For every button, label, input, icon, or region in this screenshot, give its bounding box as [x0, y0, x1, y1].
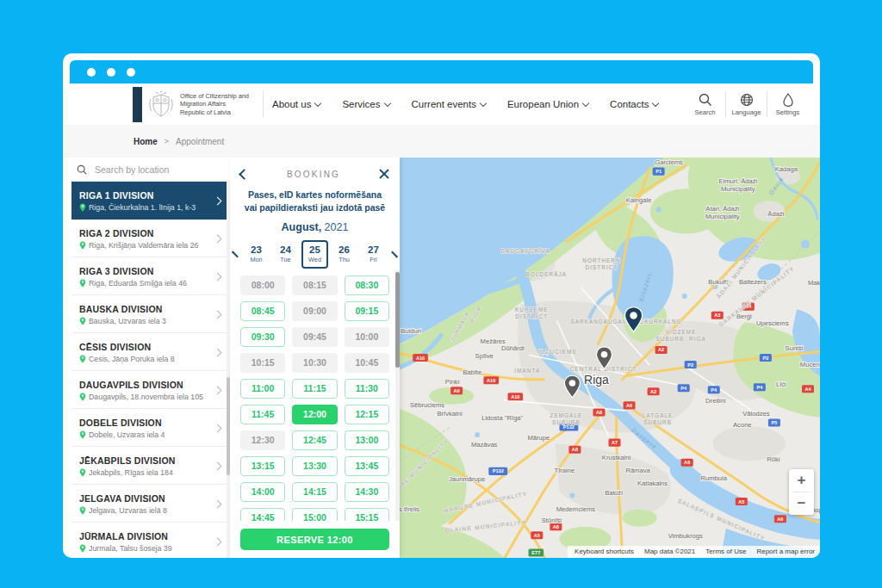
time-slot-available[interactable]: 14:15 [292, 482, 337, 502]
svg-text:A7: A7 [612, 440, 618, 445]
time-slot-available[interactable]: 14:45 [240, 508, 285, 521]
division-item[interactable]: RIGA 3 DIVISIONRiga, Eduarda Smiļģa iela… [71, 257, 230, 295]
road-badge: A5 [736, 498, 748, 505]
division-item[interactable]: DOBELE DIVISIONDobele, Uzvaras iela 4 [71, 409, 230, 447]
chevron-right-icon [214, 348, 222, 356]
nav-item-contacts[interactable]: Contacts [610, 99, 658, 109]
road-badge: A10 [483, 376, 499, 384]
svg-text:P132: P132 [493, 468, 504, 473]
time-slot-available[interactable]: 09:30 [240, 327, 285, 347]
time-slot-available[interactable]: 15:00 [292, 508, 337, 521]
division-item[interactable]: BAUSKA DIVISIONBauska, Uzvaras iela 3 [71, 295, 230, 333]
map-label: SUBURB [552, 419, 581, 425]
time-slot-available[interactable]: 11:30 [345, 379, 389, 399]
globe-icon [740, 93, 754, 107]
time-slot-available[interactable]: 09:15 [345, 301, 389, 321]
reserve-button[interactable]: RESERVE 12:00 [240, 529, 389, 550]
time-slot-disabled: 09:00 [292, 301, 337, 321]
road-badge: P4 [678, 384, 690, 392]
time-slot-available[interactable]: 11:00 [240, 379, 285, 399]
service-title: Pases, eID kartes noformēšana vai papild… [230, 183, 400, 214]
settings-button[interactable]: Settings [767, 93, 808, 116]
date-option[interactable]: 24Tue [272, 240, 299, 269]
time-slot-available[interactable]: 13:30 [292, 456, 337, 476]
date-option[interactable]: 26Thu [331, 240, 357, 269]
attribution-link[interactable]: Map data ©2021 [644, 548, 695, 555]
chevron-right-icon [214, 234, 222, 243]
location-pin-icon [79, 317, 86, 325]
svg-text:A4: A4 [804, 387, 811, 392]
nav-item-services[interactable]: Services [342, 99, 389, 109]
road-badge: P5 [768, 418, 780, 426]
zoom-out-button[interactable]: − [789, 492, 814, 515]
time-slot-selected[interactable]: 12:00 [292, 405, 337, 424]
division-item[interactable]: JŪRMALA DIVISIONJurmala, Talsu šoseja 39 [71, 523, 230, 558]
map[interactable]: P1A10A9A10A10A3A4A2P2P2A2A6A8P4P4P4A4P5A… [400, 158, 820, 558]
map-label: LATGALE [643, 412, 674, 418]
next-dates-button[interactable] [391, 251, 398, 258]
time-slot-available[interactable]: 13:00 [345, 430, 389, 450]
attribution-link[interactable]: Report a map error [756, 548, 815, 555]
svg-text:P4: P4 [711, 387, 717, 393]
map-label: Dreiliņi [705, 397, 726, 405]
attribution-link[interactable]: Terms of Use [705, 548, 746, 555]
org-logo[interactable]: Office of Citizenship and Migration Affa… [133, 87, 259, 122]
prev-dates-button[interactable] [232, 251, 239, 258]
time-slot-available[interactable]: 15:15 [345, 508, 389, 521]
nav-item-european-union[interactable]: European Union [507, 99, 588, 109]
window-dot[interactable] [107, 68, 115, 77]
window-dot[interactable] [87, 68, 96, 77]
close-button[interactable] [379, 169, 389, 179]
division-item[interactable]: JĒKABPILS DIVISIONJekabpils, Rīgas iela … [71, 447, 230, 485]
division-item[interactable]: CĒSIS DIVISIONCesis, Jāņa Poruka iela 8 [71, 333, 230, 371]
booking-scrollbar[interactable] [395, 270, 400, 521]
time-slot-available[interactable]: 13:45 [345, 456, 389, 476]
window-dot[interactable] [127, 68, 135, 77]
date-option-selected[interactable]: 25Wed [301, 240, 328, 269]
nav-item-about-us[interactable]: About us [272, 99, 320, 109]
location-pin-icon [79, 393, 86, 401]
svg-text:A9: A9 [454, 388, 460, 393]
map-label: Garciems [655, 158, 683, 166]
back-button[interactable] [240, 166, 248, 182]
svg-text:P5: P5 [771, 420, 777, 425]
logo-accent-bar [133, 87, 142, 122]
map-label: IĻĢUCIEMS [538, 349, 577, 356]
time-slot-disabled: 10:00 [345, 327, 389, 347]
time-slot-available[interactable]: 14:30 [345, 482, 389, 502]
division-item[interactable]: DAUGAVPILS DIVISIONDaugavpils, 18.novemb… [71, 371, 230, 409]
date-option[interactable]: 23Mon [243, 240, 270, 269]
time-slot-available[interactable]: 08:30 [345, 275, 389, 295]
map-city-label: Riga [584, 373, 609, 387]
map-label: Sēbruciems [410, 401, 444, 409]
chevron-right-icon [214, 196, 222, 205]
chevron-right-icon [214, 310, 222, 319]
map-label: Krustkalni [602, 454, 631, 461]
division-item[interactable]: JELGAVA DIVISIONJelgava, Uzvaras ielā 8 [71, 485, 230, 523]
breadcrumb-home[interactable]: Home [134, 137, 158, 146]
zoom-in-button[interactable]: + [789, 469, 814, 492]
svg-text:P4: P4 [680, 386, 687, 391]
time-slot-available[interactable]: 11:15 [292, 379, 337, 399]
search-button[interactable]: Search [685, 93, 725, 116]
date-option[interactable]: 27Fri [360, 240, 387, 269]
time-slot-disabled: 12:30 [240, 430, 285, 450]
division-item[interactable]: RIGA 2 DIVISIONRiga, Krišjāņa Valdemāra … [71, 220, 230, 257]
main-nav: About usServicesCurrent eventsEuropean U… [272, 99, 658, 109]
division-item-selected[interactable]: RIGA 1 DIVISIONRiga, Čiekurkalna 1. līni… [71, 182, 230, 220]
time-slot-available[interactable]: 14:00 [240, 482, 285, 502]
time-slot-available[interactable]: 12:15 [345, 405, 389, 424]
location-search [71, 158, 230, 182]
search-input[interactable] [93, 164, 208, 176]
map-label: SUBURB, RIGA [655, 336, 705, 342]
time-slot-available[interactable]: 11:45 [240, 405, 285, 424]
map-label: BOLDERĀJA [526, 271, 567, 277]
time-slot-available[interactable]: 08:45 [240, 301, 285, 321]
language-button[interactable]: Language [726, 93, 767, 116]
road-badge: A10 [413, 354, 428, 362]
time-slot-available[interactable]: 12:45 [292, 430, 337, 450]
attribution-link[interactable]: Keyboard shortcuts [575, 548, 634, 555]
time-slot-available[interactable]: 13:15 [240, 456, 285, 476]
road-badge: A7 [608, 439, 620, 447]
nav-item-current-events[interactable]: Current events [412, 99, 486, 109]
